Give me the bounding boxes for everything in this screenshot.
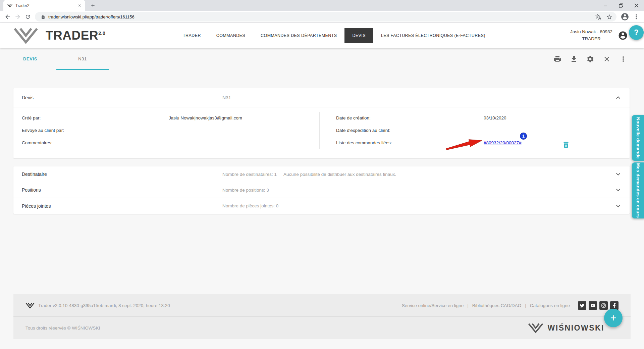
- forward-button[interactable]: [13, 12, 23, 22]
- plus-icon: [91, 3, 95, 8]
- section-title: Pièces jointes: [13, 203, 222, 209]
- main-nav: TRADER COMMANDES COMMANDES DES DÉPARTEME…: [175, 23, 493, 48]
- devis-card-header[interactable]: Devis N31: [13, 88, 630, 107]
- footer-link-service-online[interactable]: Service online/Service en ligne: [402, 303, 464, 308]
- twitter-icon: [580, 303, 585, 308]
- footer-link-cad-dao[interactable]: Bibliothèques CAD/DAO: [464, 303, 521, 308]
- user-name: Jasiu Nowak - 80932: [570, 29, 612, 36]
- field-created-by: Créé par: Jasiu Nowak|nowakjas3@gmail.co…: [13, 112, 319, 124]
- user-info[interactable]: Jasiu Nowak - 80932 TRADER: [570, 29, 612, 43]
- bookmark-star-icon[interactable]: [606, 14, 612, 20]
- window-close-icon: [634, 3, 639, 8]
- url-bar[interactable]: trader.wisniowski.pl/app/trader/offers/1…: [35, 12, 616, 21]
- devis-left-column: Créé par: Jasiu Nowak|nowakjas3@gmail.co…: [13, 112, 319, 149]
- devis-right-column: Date de création: 03/10/2020 Date d'expé…: [319, 112, 630, 149]
- nav-item-commandes-departements[interactable]: COMMANDES DES DÉPARTEMENTS: [253, 28, 344, 43]
- delete-order-icon[interactable]: [562, 140, 570, 149]
- more-menu-icon[interactable]: [619, 55, 627, 63]
- field-label: Envoyé au client par:: [13, 128, 169, 133]
- add-new-button[interactable]: +: [604, 309, 623, 327]
- url-text: trader.wisniowski.pl/app/trader/offers/1…: [48, 14, 590, 19]
- nav-item-commandes[interactable]: COMMANDES: [209, 28, 253, 43]
- nav-item-trader[interactable]: TRADER: [175, 28, 209, 43]
- section-destinataire[interactable]: Destinataire Nombre de destinataires: 1 …: [13, 166, 630, 182]
- wisniowski-emblem-icon: [13, 27, 38, 44]
- browser-tabstrip: Trader2: [0, 0, 644, 11]
- chevron-down-icon[interactable]: [614, 186, 622, 194]
- back-arrow-icon: [4, 13, 11, 20]
- youtube-icon: [590, 303, 595, 308]
- nav-item-devis[interactable]: DEVIS: [344, 28, 373, 43]
- browser-profile-avatar[interactable]: [621, 12, 629, 21]
- section-summary: Nombre de positions: 3: [222, 188, 269, 193]
- chevron-up-icon[interactable]: [614, 94, 622, 102]
- settings-gear-icon[interactable]: [586, 55, 594, 63]
- chevron-down-icon[interactable]: [614, 170, 622, 178]
- new-tab-button[interactable]: [88, 1, 98, 10]
- print-icon[interactable]: [553, 55, 561, 63]
- restore-icon: [619, 3, 623, 8]
- minimize-icon: [603, 4, 607, 8]
- page-tabbar: DEVIS N31: [4, 48, 629, 70]
- translate-icon[interactable]: [595, 14, 601, 20]
- instagram-link[interactable]: [599, 301, 608, 310]
- help-button[interactable]: ?: [629, 25, 644, 40]
- back-button[interactable]: [3, 12, 13, 22]
- field-label: Date d'expédition au client:: [320, 128, 484, 133]
- wisniowski-emblem-icon: [25, 302, 35, 309]
- devis-title: Devis: [13, 95, 222, 100]
- section-title: Destinataire: [13, 171, 222, 177]
- red-annotation-arrow: [445, 135, 484, 152]
- field-shipping-date: Date d'expédition au client:: [320, 124, 630, 137]
- browser-menu-icon[interactable]: [633, 13, 640, 20]
- footer-link-catalogues[interactable]: Catalogues en ligne: [521, 303, 570, 308]
- twitter-link[interactable]: [578, 301, 586, 310]
- linked-order-link[interactable]: #80932/20/00027#: [484, 140, 522, 145]
- close-icon[interactable]: [603, 55, 611, 63]
- chevron-down-icon[interactable]: [614, 202, 622, 210]
- reload-button[interactable]: [23, 12, 33, 22]
- side-tab-label: Nouvelle demande: [636, 117, 642, 159]
- linked-orders-cell: #80932/20/00027# 1: [484, 137, 522, 149]
- section-summary: Nombre de pièces jointes: 0: [222, 203, 278, 208]
- user-role: TRADER: [570, 36, 612, 43]
- wisniowski-emblem-icon: [528, 323, 543, 333]
- nav-item-efactures[interactable]: LES FACTURES ÉLECTRONIQUES (E-FACTURES): [373, 28, 493, 43]
- youtube-link[interactable]: [589, 301, 597, 310]
- devis-number: N31: [222, 95, 231, 100]
- window-restore-button[interactable]: [613, 0, 629, 11]
- brand-text: TRADER2.0: [46, 29, 105, 42]
- browser-tab[interactable]: Trader2: [3, 0, 85, 11]
- page-footer: Trader v2.0.10-4830-g395a15eb mardi, 8 s…: [13, 294, 631, 339]
- trader-logo[interactable]: TRADER2.0: [13, 27, 105, 44]
- side-tab-nouvelle-demande[interactable]: Nouvelle demande: [632, 115, 644, 161]
- plus-label: +: [610, 312, 616, 324]
- section-positions[interactable]: Positions Nombre de positions: 3: [13, 182, 630, 198]
- field-label: Commentaires:: [13, 140, 169, 145]
- facebook-link[interactable]: [610, 301, 619, 310]
- accordion-sections: Destinataire Nombre de destinataires: 1 …: [13, 166, 630, 214]
- tab-n31[interactable]: N31: [56, 48, 109, 70]
- tab-close-icon[interactable]: [77, 3, 83, 8]
- download-icon[interactable]: [570, 55, 578, 63]
- tab-devis[interactable]: DEVIS: [4, 48, 56, 70]
- reload-icon: [25, 14, 31, 20]
- instagram-icon: [601, 303, 606, 308]
- browser-toolbar: trader.wisniowski.pl/app/trader/offers/1…: [0, 11, 644, 23]
- devis-card: Devis N31 Créé par: Jasiu Nowak|nowakjas…: [13, 88, 630, 158]
- field-linked-orders: Liste des commandes liées: #80932/20/000…: [320, 137, 630, 149]
- section-title: Positions: [13, 187, 222, 193]
- devis-card-body: Créé par: Jasiu Nowak|nowakjas3@gmail.co…: [13, 107, 630, 158]
- field-value: Jasiu Nowak|nowakjas3@gmail.com: [169, 112, 242, 124]
- forward-arrow-icon: [14, 13, 21, 20]
- wisniowski-brand: WIŚNIOWSKI: [528, 323, 604, 333]
- account-icon[interactable]: [618, 31, 628, 41]
- side-tab-mes-demandes[interactable]: Mes demandes en cours: [632, 162, 644, 218]
- field-value: 03/10/2020: [484, 112, 506, 124]
- copyright-text: Tous droits réservés © WIŚNIOWSKI: [25, 326, 100, 331]
- window-close-button[interactable]: [629, 0, 644, 11]
- app-header: TRADER2.0 TRADER COMMANDES COMMANDES DES…: [0, 23, 644, 48]
- section-pieces-jointes[interactable]: Pièces jointes Nombre de pièces jointes:…: [13, 198, 630, 214]
- page-actions: [553, 55, 629, 63]
- window-minimize-button[interactable]: [598, 0, 613, 11]
